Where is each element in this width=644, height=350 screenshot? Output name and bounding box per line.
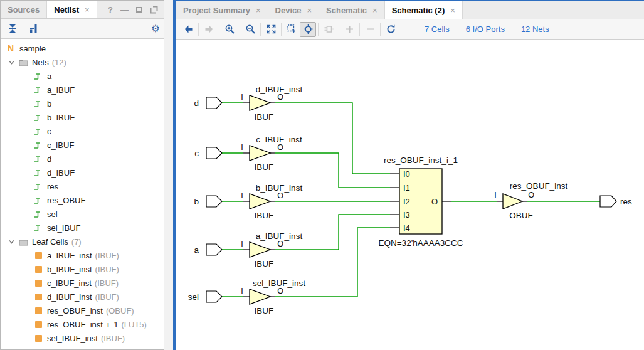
tree-item-sample[interactable]: N sample bbox=[1, 41, 164, 55]
svg-text:OBUF: OBUF bbox=[509, 211, 533, 220]
tree-item-net-d[interactable]: d bbox=[1, 152, 164, 166]
autofit-selection-button[interactable] bbox=[300, 22, 316, 37]
tree-item-net-res[interactable]: res bbox=[1, 179, 164, 193]
chevron-down-icon[interactable] bbox=[8, 238, 18, 245]
zoom-selection-icon bbox=[287, 24, 297, 34]
back-button[interactable] bbox=[180, 22, 196, 37]
add-icon bbox=[344, 24, 355, 34]
float-icon[interactable] bbox=[150, 6, 158, 14]
zoom-fit-button[interactable] bbox=[263, 22, 279, 37]
svg-text:d_IBUF_inst: d_IBUF_inst bbox=[256, 85, 303, 94]
svg-text:I: I bbox=[241, 143, 243, 152]
panel-divider[interactable] bbox=[164, 0, 173, 350]
svg-text:res: res bbox=[620, 197, 632, 206]
tab-schematic[interactable]: Schematic× bbox=[319, 1, 385, 19]
tab-schematic-2[interactable]: Schematic (2)× bbox=[385, 1, 463, 19]
cell-icon bbox=[33, 292, 43, 302]
svg-text:I: I bbox=[241, 93, 243, 102]
tree-group-nets[interactable]: Nets (12) bbox=[1, 55, 164, 69]
schematic-toolbar: 7 Cells 6 I/O Ports 12 Nets bbox=[176, 19, 644, 40]
folder-icon bbox=[18, 57, 28, 67]
svg-text:I: I bbox=[241, 240, 243, 248]
svg-text:O: O bbox=[277, 93, 283, 102]
input-port-c[interactable]: c bbox=[194, 147, 222, 159]
tree-item-net-a_IBUF[interactable]: a_IBUF bbox=[1, 83, 164, 97]
cell-icon bbox=[33, 333, 43, 343]
remove-button[interactable] bbox=[362, 22, 378, 37]
tree-item-cell-c_IBUF_inst[interactable]: c_IBUF_inst(IBUF) bbox=[1, 276, 164, 290]
tab-project-summary[interactable]: Project Summary× bbox=[176, 1, 268, 19]
tree-item-cell-res_OBUF_inst_i_1[interactable]: res_OBUF_inst_i_1(LUT5) bbox=[1, 317, 164, 331]
collapse-all-button[interactable] bbox=[4, 21, 21, 36]
cell-icon bbox=[33, 278, 43, 288]
tree-item-cell-res_OBUF_inst[interactable]: res_OBUF_inst(OBUF) bbox=[1, 304, 164, 317]
tab-close-icon[interactable]: × bbox=[256, 6, 261, 15]
output-port-res[interactable]: res bbox=[600, 196, 632, 207]
input-port-sel[interactable]: sel bbox=[188, 291, 222, 302]
cell-icon bbox=[33, 264, 43, 274]
netlist-tree: N sample Nets (12) a a_IBUF b b_IBUF c c… bbox=[1, 39, 164, 349]
expand-hierarchy-button[interactable] bbox=[25, 21, 41, 36]
schematic-canvas[interactable]: d I O d_IBUF_inst IBUF bbox=[176, 40, 644, 350]
tree-item-net-d_IBUF[interactable]: d_IBUF bbox=[1, 166, 164, 179]
tab-close-icon[interactable]: × bbox=[450, 6, 455, 15]
tab-close-icon[interactable]: × bbox=[85, 5, 90, 14]
lut5-gate[interactable]: I0 I1 I2 I3 I4 O res_OBUF_inst_i_1 EQN=3… bbox=[378, 156, 463, 248]
add-button[interactable] bbox=[341, 22, 357, 37]
input-port-b[interactable]: b bbox=[194, 196, 222, 207]
stat-io-ports-link[interactable]: 6 I/O Ports bbox=[466, 24, 505, 34]
minimize-icon[interactable]: — bbox=[120, 6, 129, 14]
svg-text:EQN=32'hAAAA3CCC: EQN=32'hAAAA3CCC bbox=[378, 238, 463, 248]
stat-cells-link[interactable]: 7 Cells bbox=[425, 24, 450, 34]
zoom-out-icon bbox=[245, 24, 256, 34]
tab-close-icon[interactable]: × bbox=[372, 6, 377, 15]
tree-item-net-c[interactable]: c bbox=[1, 124, 164, 138]
cell-icon bbox=[33, 319, 43, 329]
tree-item-cell-a_IBUF_inst[interactable]: a_IBUF_inst(IBUF) bbox=[1, 248, 164, 262]
tab-device[interactable]: Device× bbox=[268, 1, 320, 19]
settings-gear-icon[interactable]: ⚙ bbox=[151, 23, 160, 34]
zoom-in-button[interactable] bbox=[221, 22, 238, 37]
maximize-icon[interactable] bbox=[136, 7, 142, 13]
stat-nets-link[interactable]: 12 Nets bbox=[521, 24, 549, 34]
tab-close-icon[interactable]: × bbox=[307, 6, 312, 15]
svg-text:c_IBUF_inst: c_IBUF_inst bbox=[256, 135, 302, 144]
tree-item-cell-sel_IBUF_inst[interactable]: sel_IBUF_inst(IBUF) bbox=[1, 331, 164, 345]
tree-item-net-sel_IBUF[interactable]: sel_IBUF bbox=[1, 221, 164, 235]
tree-group-leaf-cells[interactable]: Leaf Cells (7) bbox=[1, 235, 164, 248]
svg-text:sel_IBUF_inst: sel_IBUF_inst bbox=[253, 278, 305, 288]
svg-text:IBUF: IBUF bbox=[255, 259, 274, 268]
tree-item-net-c_IBUF[interactable]: c_IBUF bbox=[1, 138, 164, 152]
tree-item-net-res_OBUF[interactable]: res_OBUF bbox=[1, 193, 164, 207]
vivado-window: Sources Netlist × ? — bbox=[0, 0, 644, 350]
tree-item-cell-d_IBUF_inst[interactable]: d_IBUF_inst(IBUF) bbox=[1, 290, 164, 304]
tree-item-net-a[interactable]: a bbox=[1, 69, 164, 83]
help-icon[interactable]: ? bbox=[108, 6, 113, 14]
tab-netlist[interactable]: Netlist × bbox=[47, 1, 97, 18]
tree-item-net-sel[interactable]: sel bbox=[1, 207, 164, 221]
expand-cone-button[interactable] bbox=[320, 22, 337, 37]
zoom-fit-icon bbox=[266, 24, 277, 34]
zoom-out-button[interactable] bbox=[242, 22, 258, 37]
regenerate-button[interactable] bbox=[383, 22, 399, 37]
svg-text:I: I bbox=[241, 191, 243, 200]
zoom-selection-button[interactable] bbox=[283, 22, 300, 37]
svg-text:sel: sel bbox=[188, 292, 199, 302]
svg-text:d: d bbox=[194, 98, 199, 108]
forward-button[interactable] bbox=[201, 22, 217, 37]
left-panel-tabbar: Sources Netlist × ? — bbox=[1, 1, 164, 19]
chevron-down-icon[interactable] bbox=[8, 59, 18, 66]
folder-icon bbox=[18, 236, 28, 247]
tab-sources[interactable]: Sources bbox=[1, 1, 47, 18]
svg-text:IBUF: IBUF bbox=[255, 112, 274, 122]
tree-item-cell-b_IBUF_inst[interactable]: b_IBUF_inst(IBUF) bbox=[1, 262, 164, 276]
net-c_IBUF[interactable] bbox=[275, 153, 390, 188]
svg-text:O: O bbox=[277, 287, 283, 295]
obuf-gate-res[interactable]: I O res_OBUF_inst OBUF bbox=[494, 181, 567, 220]
tree-item-net-b_IBUF[interactable]: b_IBUF bbox=[1, 110, 164, 124]
input-port-a[interactable]: a bbox=[194, 244, 222, 255]
main-tabbar: Project Summary× Device× Schematic× Sche… bbox=[176, 1, 644, 19]
svg-text:b_IBUF_inst: b_IBUF_inst bbox=[256, 183, 303, 193]
tree-item-net-b[interactable]: b bbox=[1, 97, 164, 110]
input-port-d[interactable]: d bbox=[194, 97, 222, 109]
